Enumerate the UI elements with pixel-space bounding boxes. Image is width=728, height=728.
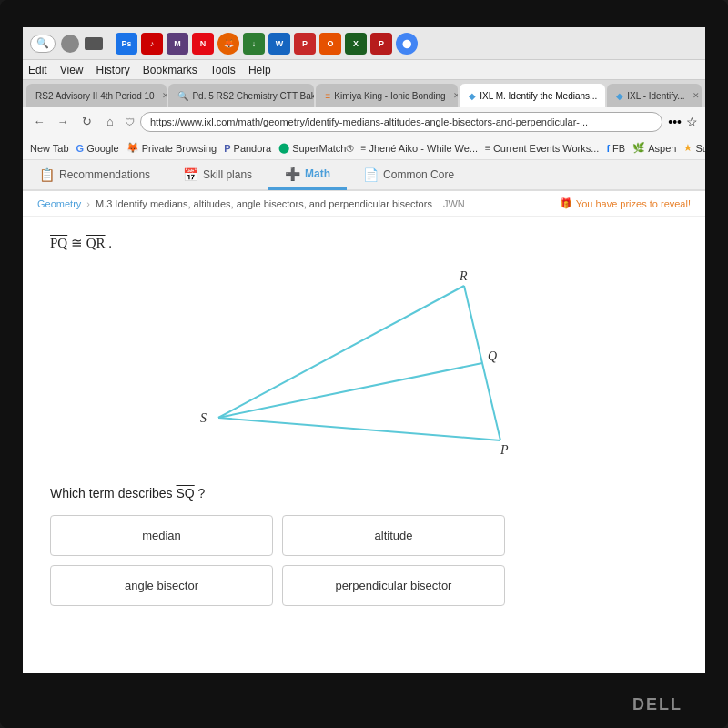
triangle-diagram: R Q S P xyxy=(191,268,537,468)
taskbar-icon-green[interactable]: ↓ xyxy=(243,33,265,55)
taskbar-icon-excel[interactable]: X xyxy=(345,33,367,55)
taskbar-icon-chrome[interactable]: ⬤ xyxy=(396,33,418,55)
breadcrumb-subject[interactable]: Geometry xyxy=(37,198,81,209)
suntimes-icon: ★ xyxy=(683,142,693,154)
answer-median[interactable]: median xyxy=(50,515,273,556)
os-search[interactable]: 🔍 xyxy=(30,35,56,53)
tab-close-0[interactable]: ✕ xyxy=(162,91,167,100)
address-bar-row: ← → ↻ ⌂ 🛡 ••• ☆ xyxy=(23,107,705,136)
svg-line-2 xyxy=(218,418,500,440)
ixl-tab-math[interactable]: ➕ Math xyxy=(268,159,347,190)
sq-label: SQ xyxy=(176,486,194,500)
menu-bar: Edit View History Bookmarks Tools Help xyxy=(23,60,705,80)
tab-kimiya[interactable]: ≡ Kimiya King - Ionic Bonding ✕ xyxy=(316,84,458,107)
menu-bookmarks[interactable]: Bookmarks xyxy=(143,64,197,76)
taskbar-icon-red[interactable]: ♪ xyxy=(141,33,163,55)
menu-help[interactable]: Help xyxy=(248,64,271,76)
bookmark-private[interactable]: 🦊 Private Browsing xyxy=(126,142,217,154)
bookmarks-bar: New Tab G Google 🦊 Private Browsing P Pa… xyxy=(23,136,705,160)
forward-button[interactable]: → xyxy=(54,113,72,131)
bookmark-jhene[interactable]: ≡ Jhené Aiko - While We... xyxy=(361,143,478,154)
taskbar-icon-ps[interactable]: Ps xyxy=(116,33,137,55)
browser-tabs: RS2 Advisory II 4th Period 10 ✕ 🔍 Pd. 5 … xyxy=(23,80,705,107)
taskbar-icon-orange[interactable]: O xyxy=(319,33,341,55)
question-text: Which term describes SQ ? xyxy=(50,486,678,500)
bookmark-aspen[interactable]: 🌿 Aspen xyxy=(632,142,676,154)
congruent-symbol: ≅ xyxy=(71,236,86,250)
math-label: Math xyxy=(305,167,330,180)
breadcrumb-bar: Geometry › M.3 Identify medians, altitud… xyxy=(23,191,705,217)
tab-rs2-advisory[interactable]: RS2 Advisory II 4th Period 10 ✕ xyxy=(26,84,167,107)
common-core-icon: 📄 xyxy=(363,167,379,182)
tab-ixl-identify[interactable]: ◆ IXL - Identify... ✕ xyxy=(607,84,702,107)
bookmark-pandora[interactable]: P Pandora xyxy=(224,143,271,154)
menu-view[interactable]: View xyxy=(60,64,84,76)
gift-icon: 🎁 xyxy=(560,197,572,209)
pandora-icon: P xyxy=(224,143,230,154)
bookmark-current-events[interactable]: ≡ Current Events Works... xyxy=(485,143,599,154)
ixl-tab-skill-plans[interactable]: 📅 Skill plans xyxy=(167,159,268,190)
math-icon: ➕ xyxy=(285,167,300,181)
answers-grid: median altitude angle bisector perpendic… xyxy=(50,515,505,606)
star-button[interactable]: ☆ xyxy=(686,115,698,129)
fb-icon: f xyxy=(606,143,610,154)
back-button[interactable]: ← xyxy=(30,113,48,131)
jhene-icon: ≡ xyxy=(361,143,367,153)
bookmark-newtab-label: New Tab xyxy=(30,143,69,154)
tab-ixl-medians[interactable]: ◆ IXL M. Identify the Medians... ✕ xyxy=(460,84,605,107)
skill-plans-label: Skill plans xyxy=(203,168,252,181)
prizes-text: You have prizes to reveal! xyxy=(576,198,691,209)
qr-label: QR xyxy=(86,236,106,250)
taskbar-icon-ppt[interactable]: P xyxy=(294,33,316,55)
answer-perpendicular-bisector[interactable]: perpendicular bisector xyxy=(282,565,505,606)
tab-close-3[interactable]: ✕ xyxy=(604,91,605,100)
user-code: JWN xyxy=(443,198,465,209)
taskbar-icon-word[interactable]: W xyxy=(268,33,290,55)
toolbar-right: ••• ☆ xyxy=(668,115,698,129)
taskbar-icon-mu[interactable]: M xyxy=(167,33,188,55)
recommendations-icon: 📋 xyxy=(39,167,55,182)
taskbar-icon-red2[interactable]: P xyxy=(370,33,392,55)
ixl-nav: 📋 Recommendations 📅 Skill plans ➕ Math 📄… xyxy=(23,160,705,191)
bookmark-supermatch[interactable]: ⬤ SuperMatch® xyxy=(278,142,353,154)
shield-icon: 🛡 xyxy=(125,116,135,127)
monitor-bezel: 🔍 Ps ♪ M N 🦊 ↓ W P O X P ⬤ Edit View His xyxy=(0,0,728,728)
breadcrumb-sep-1: › xyxy=(86,198,90,209)
menu-edit[interactable]: Edit xyxy=(28,64,47,76)
answer-angle-bisector[interactable]: angle bisector xyxy=(50,565,273,606)
label-Q: Q xyxy=(488,349,497,363)
triangle-svg: R Q S P xyxy=(191,268,555,468)
answer-altitude[interactable]: altitude xyxy=(282,515,505,556)
prizes-banner[interactable]: 🎁 You have prizes to reveal! xyxy=(560,197,691,209)
problem-statement: PQ ≅ QR . xyxy=(50,235,678,251)
bookmark-google[interactable]: G Google xyxy=(76,143,119,154)
taskbar-icon-firefox[interactable]: 🦊 xyxy=(217,33,239,55)
label-S: S xyxy=(200,411,207,425)
tab-close-4[interactable]: ✕ xyxy=(693,91,700,100)
tab-close-2[interactable]: ✕ xyxy=(453,91,459,100)
skill-plans-icon: 📅 xyxy=(183,167,198,182)
address-input[interactable] xyxy=(140,112,662,132)
ixl-tab-recommendations[interactable]: 📋 Recommendations xyxy=(23,159,167,190)
taskbar-icons: Ps ♪ M N 🦊 ↓ W P O X P ⬤ xyxy=(116,33,418,55)
os-icon-rect xyxy=(85,37,103,50)
bookmark-newtab[interactable]: New Tab xyxy=(30,143,69,154)
main-content: PQ ≅ QR . R xyxy=(23,217,705,624)
reload-button[interactable]: ↻ xyxy=(77,113,96,131)
svg-line-3 xyxy=(218,363,482,418)
svg-line-0 xyxy=(218,286,464,418)
menu-tools[interactable]: Tools xyxy=(210,64,236,76)
os-taskbar: 🔍 Ps ♪ M N 🦊 ↓ W P O X P ⬤ xyxy=(23,27,705,60)
label-R: R xyxy=(459,269,468,283)
ixl-tab-common-core[interactable]: 📄 Common Core xyxy=(347,159,470,190)
more-button[interactable]: ••• xyxy=(668,115,682,129)
menu-history[interactable]: History xyxy=(96,64,129,76)
recommendations-label: Recommendations xyxy=(59,168,150,181)
bookmark-suntimes[interactable]: ★ SunTimes xyxy=(683,142,705,154)
label-P: P xyxy=(500,443,509,457)
home-button[interactable]: ⌂ xyxy=(101,113,119,131)
bookmark-fb[interactable]: f FB xyxy=(606,143,625,154)
taskbar-icon-netflix[interactable]: N xyxy=(192,33,214,55)
tab-chemistry[interactable]: 🔍 Pd. 5 RS2 Chemistry CTT Bak... ✕ xyxy=(168,84,314,107)
screen: 🔍 Ps ♪ M N 🦊 ↓ W P O X P ⬤ Edit View His xyxy=(23,27,705,673)
